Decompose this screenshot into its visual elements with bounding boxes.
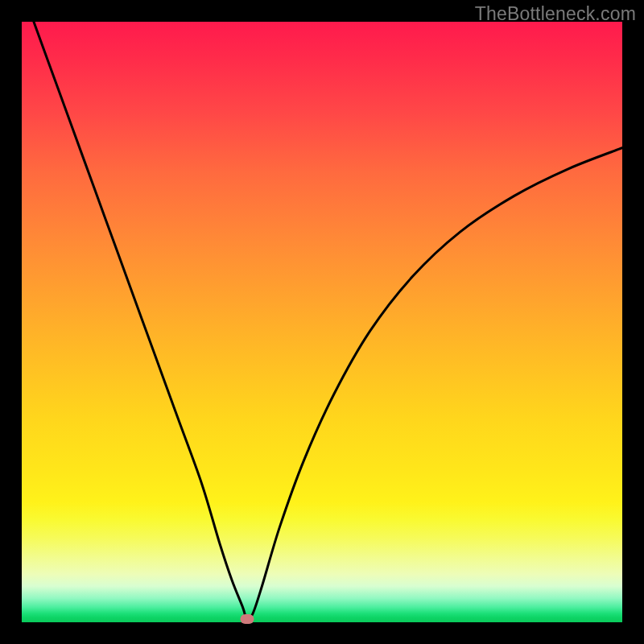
plot-area <box>22 22 622 622</box>
watermark-text: TheBottleneck.com <box>475 3 636 25</box>
bottleneck-curve <box>22 22 622 622</box>
chart-frame: TheBottleneck.com <box>0 0 644 644</box>
optimal-point-marker <box>240 614 254 624</box>
